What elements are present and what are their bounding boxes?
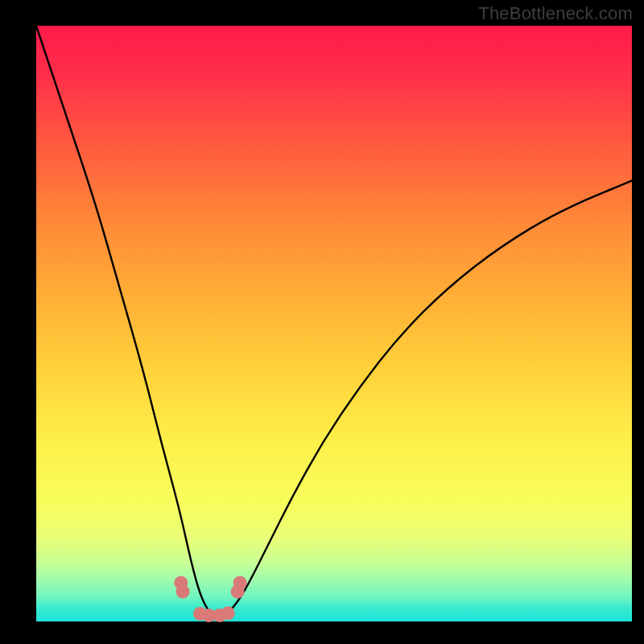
marker-points-group [174,576,246,622]
watermark-text: TheBottleneck.com [478,3,633,24]
marker-point [176,585,190,599]
marker-point [233,576,247,589]
chart-svg [36,26,632,621]
marker-point [221,606,235,620]
plot-area [36,26,632,621]
bottleneck-curve [36,26,632,617]
chart-frame: TheBottleneck.com [0,0,644,644]
